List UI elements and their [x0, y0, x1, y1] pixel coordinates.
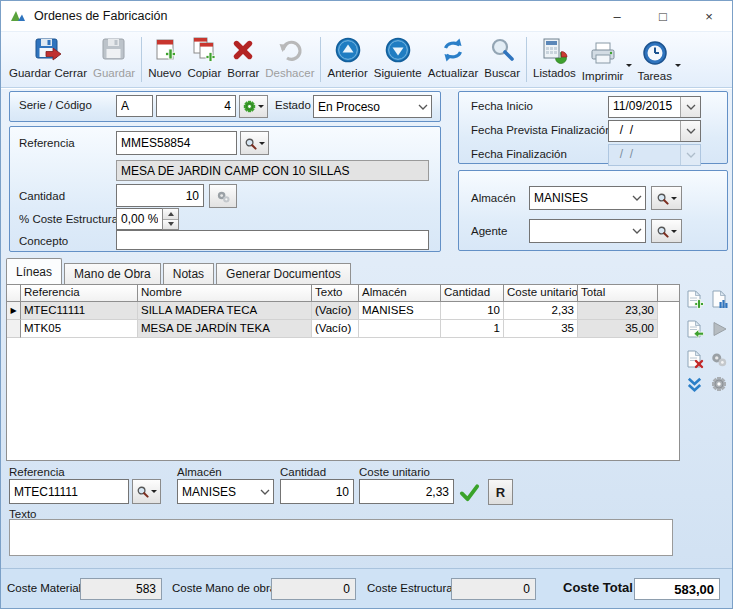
toolbar-buscar-button[interactable]: Buscar: [481, 32, 523, 87]
cantidad-input[interactable]: [116, 184, 204, 207]
toolbar-copiar-button[interactable]: Copiar: [184, 32, 224, 87]
cell-nombre[interactable]: SILLA MADERA TECA: [138, 302, 312, 320]
toolbar-borrar-button[interactable]: Borrar: [224, 32, 262, 87]
expand-lines-button[interactable]: [683, 373, 705, 395]
check-icon: [459, 482, 480, 503]
cantidad-components-button[interactable]: [209, 184, 237, 208]
cell-nombre[interactable]: MESA DE JARDÍN TEKA: [138, 320, 312, 338]
cell-almacen[interactable]: MANISES: [359, 302, 441, 320]
serie-input[interactable]: [116, 95, 153, 117]
spinner-down-icon[interactable]: [163, 219, 178, 230]
toolbar-nuevo-button[interactable]: Nuevo: [145, 32, 184, 87]
cell-referencia[interactable]: MTEC11111: [21, 302, 138, 320]
magnifier-icon: [244, 137, 257, 150]
toolbar-deshacer-button[interactable]: Deshacer: [262, 32, 317, 87]
agente-search-button[interactable]: [651, 219, 682, 243]
grid-header-referencia[interactable]: Referencia: [21, 285, 138, 302]
grid-header-coste-unitario[interactable]: Coste unitario: [504, 285, 578, 302]
coste-estructural-pct-input[interactable]: [116, 208, 163, 230]
cell-referencia[interactable]: MTK05: [21, 320, 138, 338]
minimize-button[interactable]: –: [594, 1, 640, 31]
delete-line-button[interactable]: [683, 348, 705, 370]
codigo-options-button[interactable]: [239, 95, 268, 118]
cell-coste-unitario[interactable]: 2,33: [504, 302, 578, 320]
referencia-search-button[interactable]: [240, 131, 269, 155]
editor-cantidad-input[interactable]: [280, 479, 354, 504]
tab-mano-de-obra[interactable]: Mano de Obra: [64, 263, 161, 284]
minimize-icon: –: [613, 9, 620, 24]
grid-header-cantidad[interactable]: Cantidad: [441, 285, 504, 302]
calendar-dropdown-icon: [680, 145, 700, 165]
serie-codigo-label: Serie / Código: [19, 99, 92, 111]
editor-coste-unitario-input[interactable]: [359, 479, 454, 504]
cell-almacen[interactable]: [359, 320, 441, 338]
coste-mano-obra-value: 0: [271, 578, 356, 600]
close-icon: ×: [705, 9, 713, 24]
coste-estructural-pct-spinner[interactable]: [162, 208, 179, 230]
estado-select[interactable]: En Proceso: [313, 95, 432, 118]
fecha-prevista-datepicker[interactable]: / /: [608, 120, 701, 142]
row-selector[interactable]: [7, 320, 21, 338]
cell-texto[interactable]: (Vacío): [312, 320, 359, 338]
editor-accept-button[interactable]: [457, 480, 482, 504]
fecha-finalizacion-value: / /: [609, 145, 680, 165]
agente-select[interactable]: [529, 219, 646, 243]
grid-header-nombre[interactable]: Nombre: [138, 285, 312, 302]
printer-icon: [588, 38, 618, 68]
almacen-label: Almacén: [471, 192, 516, 204]
main-toolbar: Guardar Cerrar Guardar Nuevo: [1, 31, 732, 88]
tab-notas[interactable]: Notas: [163, 263, 214, 284]
editor-referencia-input[interactable]: [9, 479, 129, 504]
cell-total[interactable]: 23,30: [578, 302, 658, 320]
imprimir-dropdown-caret-icon[interactable]: [626, 64, 632, 70]
editor-texto-input[interactable]: [9, 519, 673, 556]
maximize-button[interactable]: □: [640, 1, 686, 31]
import-line-button[interactable]: [683, 318, 705, 340]
toolbar-guardar-button[interactable]: Guardar: [90, 32, 138, 87]
cell-cantidad[interactable]: 1: [441, 320, 504, 338]
cell-coste-unitario[interactable]: 35: [504, 320, 578, 338]
toolbar-guardar-cerrar-button[interactable]: Guardar Cerrar: [6, 32, 90, 87]
toolbar-anterior-button[interactable]: Anterior: [324, 32, 370, 87]
almacen-value: MANISES: [534, 191, 629, 205]
add-line-button[interactable]: [683, 288, 705, 310]
toolbar-label: Siguiente: [374, 67, 422, 79]
editor-referencia-label: Referencia: [9, 466, 65, 478]
calendar-dropdown-icon[interactable]: [680, 97, 700, 117]
cell-total[interactable]: 35,00: [578, 320, 658, 338]
grid-header-almacen[interactable]: Almacén: [359, 285, 441, 302]
line-detail-button[interactable]: [708, 288, 730, 310]
spinner-up-icon[interactable]: [163, 209, 178, 219]
toolbar-siguiente-button[interactable]: Siguiente: [371, 32, 425, 87]
editor-almacen-select[interactable]: MANISES: [177, 479, 274, 504]
almacen-search-button[interactable]: [651, 186, 682, 210]
row-selector[interactable]: ▶: [7, 302, 21, 320]
line-components-button[interactable]: [708, 348, 730, 370]
grid-row-1[interactable]: ▶ MTEC11111 SILLA MADERA TECA (Vacío) MA…: [7, 302, 679, 320]
concepto-input[interactable]: [116, 230, 429, 250]
editor-referencia-search-button[interactable]: [132, 479, 161, 504]
tareas-dropdown-caret-icon[interactable]: [675, 64, 681, 70]
referencia-input[interactable]: [116, 131, 237, 155]
editor-reset-button[interactable]: R: [488, 479, 513, 505]
toolbar-actualizar-button[interactable]: Actualizar: [425, 32, 482, 87]
toolbar-imprimir-button[interactable]: Imprimir: [579, 35, 627, 84]
run-line-button[interactable]: [708, 318, 730, 340]
toolbar-tareas-button[interactable]: Tareas: [634, 35, 675, 84]
close-button[interactable]: ×: [686, 1, 732, 31]
grid-row-2[interactable]: MTK05 MESA DE JARDÍN TEKA (Vacío) 1 35 3…: [7, 320, 679, 338]
cell-texto[interactable]: (Vacío): [312, 302, 359, 320]
concepto-label: Concepto: [19, 235, 68, 247]
grid-header-total[interactable]: Total: [578, 285, 658, 302]
fecha-inicio-datepicker[interactable]: 11/09/2015: [608, 96, 701, 118]
codigo-input[interactable]: [156, 95, 236, 117]
tab-lineas[interactable]: Líneas: [6, 258, 62, 284]
tab-generar-documentos[interactable]: Generar Documentos: [216, 263, 351, 284]
toolbar-listados-button[interactable]: Listados: [530, 32, 579, 87]
cell-cantidad[interactable]: 10: [441, 302, 504, 320]
grid-settings-button[interactable]: [708, 373, 730, 395]
almacen-select[interactable]: MANISES: [529, 186, 646, 210]
grid-header-texto[interactable]: Texto: [312, 285, 359, 302]
toolbar-tareas-group: Tareas: [634, 32, 683, 87]
calendar-dropdown-icon[interactable]: [680, 121, 700, 141]
